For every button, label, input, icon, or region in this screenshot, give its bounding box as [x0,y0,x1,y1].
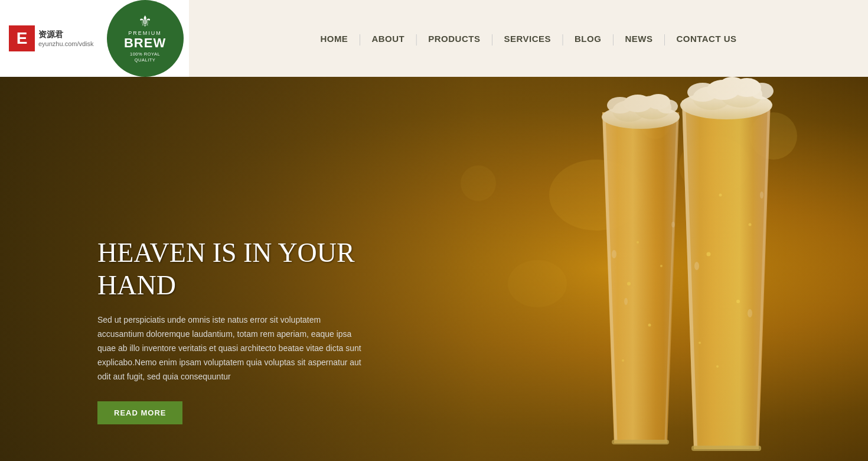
brew-badge: ⚜ PREMIUM BREW 100% ROYALQUALITY [107,0,184,77]
header: E 资源君 eyunzhu.com/vdisk ⚜ PREMIUM BREW 1… [0,0,868,77]
nav-item-about[interactable]: ABOUT [361,0,415,77]
nav-item-home[interactable]: HOME [309,0,358,77]
read-more-button[interactable]: READ MORE [97,401,182,424]
fleur-icon: ⚜ [138,14,152,30]
nav-item-products[interactable]: PRODUCTS [417,0,491,77]
hero-title: HEAVEN IS IN YOUR HAND [97,236,363,301]
nav-item-blog[interactable]: BLOG [564,0,612,77]
badge-quality-label: 100% ROYALQUALITY [130,51,160,63]
nav-item-services[interactable]: SERVICES [493,0,562,77]
hero-section: HEAVEN IS IN YOUR HAND Sed ut perspiciat… [0,77,868,461]
main-nav: HOME | ABOUT | PRODUCTS | SERVICES | BLO… [189,0,868,77]
badge-brew-label: BREW [124,36,166,50]
logo-brand-url: eyunzhu.com/vdisk [38,40,94,47]
logo-e-icon: E [9,25,35,51]
logo-text: 资源君 eyunzhu.com/vdisk [38,30,94,47]
logo-eyunzhu: E 资源君 eyunzhu.com/vdisk [9,25,94,51]
hero-description: Sed ut perspiciatis unde omnis iste natu… [97,313,363,384]
nav-item-contact[interactable]: CONTACT US [665,0,747,77]
hero-content: HEAVEN IS IN YOUR HAND Sed ut perspiciat… [97,236,363,424]
logo-brand-name: 资源君 [38,30,94,40]
nav-item-news[interactable]: NEWS [614,0,663,77]
logo-area: E 资源君 eyunzhu.com/vdisk ⚜ PREMIUM BREW 1… [0,0,189,77]
